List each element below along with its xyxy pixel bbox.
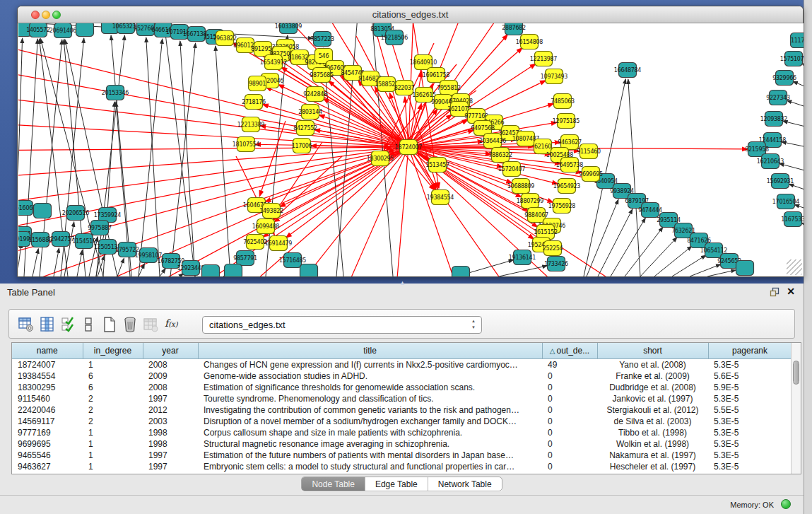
graph-node[interactable]: 1513457 <box>425 158 449 173</box>
graph-node[interactable]: 19756928 <box>548 199 576 214</box>
delete-table-icon[interactable] <box>122 316 139 333</box>
table-row[interactable]: 1830029562008Estimation of significance … <box>12 382 792 393</box>
table-cell[interactable]: 2009 <box>143 370 198 382</box>
graph-node[interactable] <box>225 264 242 277</box>
graph-node[interactable]: 252254 <box>543 241 563 256</box>
table-cell[interactable]: 1997 <box>143 461 198 472</box>
graph-node[interactable]: 1493822 <box>259 204 283 218</box>
graph-node[interactable] <box>736 261 754 276</box>
graph-node[interactable] <box>202 265 220 277</box>
table-cell[interactable]: 1 <box>83 438 143 450</box>
graph-node[interactable]: 11173 <box>791 33 804 48</box>
graph-node[interactable]: 7625402 <box>243 235 267 250</box>
graph-node[interactable] <box>76 23 94 37</box>
graph-node[interactable]: 19654923 <box>553 179 581 194</box>
table-cell[interactable]: 5.3E-5 <box>708 438 792 450</box>
table-cell[interactable]: Estimation of significance thresholds fo… <box>198 382 542 393</box>
table-cell[interactable]: 0 <box>542 370 597 382</box>
table-cell[interactable]: 0 <box>542 393 597 404</box>
memory-status-indicator[interactable] <box>781 499 791 509</box>
table-cell[interactable]: 9699695 <box>12 438 83 450</box>
table-cell[interactable]: Franke et al. (2009) <box>597 370 708 382</box>
table-cell[interactable]: 19384554 <box>12 370 83 382</box>
import-table-icon[interactable] <box>142 316 159 333</box>
graph-node[interactable]: 1733426 <box>544 257 568 271</box>
table-cell[interactable]: 1 <box>83 427 143 438</box>
table-cell[interactable]: Tibbo et al. (1998) <box>597 427 708 438</box>
splitter-handle[interactable]: ▲ <box>399 279 406 286</box>
graph-node[interactable]: 1405572 <box>26 23 50 37</box>
column-header-pagerank[interactable]: pagerank <box>708 343 792 358</box>
table-cell[interactable]: 0 <box>542 382 597 393</box>
graph-node[interactable]: 12975185 <box>553 114 580 129</box>
table-cell[interactable]: Disruption of a novel member of a sodium… <box>198 416 542 427</box>
graph-node[interactable]: 1154519 <box>72 234 96 249</box>
table-cell[interactable]: Embryonic stem cells: a model to study s… <box>198 461 542 472</box>
table-cell[interactable]: 22420046 <box>12 404 83 416</box>
table-cell[interactable]: Tourette syndrome. Phenomenology and cla… <box>198 393 542 404</box>
table-cell[interactable]: 1 <box>83 450 143 461</box>
graph-node[interactable] <box>452 267 470 277</box>
table-cell[interactable]: Corpus callosum shape and size in male p… <box>198 427 542 438</box>
table-cell[interactable]: Nakamura et al. (1997) <box>597 450 708 461</box>
graph-node[interactable]: 2803144 <box>298 105 322 119</box>
graph-node[interactable]: 9329966 <box>772 71 796 86</box>
graph-node[interactable]: 7485063 <box>551 94 575 109</box>
table-cell[interactable]: 0 <box>542 438 597 450</box>
table-cell[interactable]: 5.3E-5 <box>708 358 792 370</box>
graph-node[interactable]: 9227343 <box>766 90 790 105</box>
table-cell[interactable]: 9115460 <box>12 393 83 404</box>
graph-node[interactable]: 15751074 <box>780 52 804 66</box>
table-cell[interactable]: 18300295 <box>12 382 83 393</box>
table-row[interactable]: 946362711997Embryonic stem cells: a mode… <box>12 461 792 472</box>
network-canvas[interactable]: 1405572206914061065323715276026466160107… <box>18 23 804 276</box>
table-row[interactable]: 977716911998Corpus callosum shape and si… <box>12 427 792 438</box>
graph-node[interactable]: 10973493 <box>541 69 568 84</box>
table-cell[interactable]: 1998 <box>143 438 198 450</box>
graph-node[interactable]: 15692931 <box>767 174 794 189</box>
table-cell[interactable]: Investigating the contribution of common… <box>198 404 542 416</box>
table-cell[interactable]: 49 <box>542 358 597 370</box>
table-cell[interactable]: 18724007 <box>12 358 83 370</box>
table-cell[interactable]: 2 <box>83 393 143 404</box>
table-cell[interactable]: 5.3E-5 <box>708 393 792 404</box>
table-cell[interactable]: 1 <box>83 358 143 370</box>
graph-node[interactable]: 9699695 <box>579 167 603 182</box>
table-cell[interactable]: 1997 <box>143 450 198 461</box>
column-header-outde[interactable]: △out_de... <box>542 343 597 358</box>
table-cell[interactable]: 5.3E-5 <box>708 427 792 438</box>
table-cell[interactable]: 6 <box>83 382 143 393</box>
column-header-name[interactable]: name <box>12 343 83 358</box>
table-cell[interactable]: Changes of HCN gene expression and I(f) … <box>198 358 542 370</box>
graph-node[interactable]: 2718176 <box>242 95 266 110</box>
table-scrollbar[interactable] <box>791 343 801 474</box>
function-builder-icon[interactable]: f(x) <box>165 317 182 334</box>
table-cell[interactable]: 5.3E-5 <box>708 461 792 472</box>
table-row[interactable]: 1456911722003Disruption of a novel membe… <box>12 416 792 427</box>
table-source-dropdown[interactable]: citations_edges.txt ▲▼ <box>202 316 482 334</box>
table-cell[interactable]: 0 <box>542 450 597 461</box>
table-cell[interactable]: 0 <box>542 416 597 427</box>
table-cell[interactable]: 2 <box>83 416 143 427</box>
graph-node[interactable]: 20153346 <box>102 86 129 100</box>
column-header-title[interactable]: title <box>198 343 542 358</box>
table-row[interactable]: 2242004622012Investigating the contribut… <box>12 404 792 416</box>
graph-node[interactable]: 9242848 <box>303 87 327 102</box>
float-panel-icon[interactable] <box>770 287 779 297</box>
table-cell[interactable]: de Silva et al. (2003) <box>597 416 708 427</box>
network-window-titlebar[interactable]: citations_edges.txt <box>18 6 803 23</box>
graph-node[interactable]: 19384554 <box>427 190 454 205</box>
graph-node[interactable]: 1167533 <box>781 212 804 227</box>
table-cell[interactable]: 9463627 <box>12 461 83 472</box>
table-row[interactable]: 969969511998Structural magnetic resonanc… <box>12 438 792 450</box>
graph-node[interactable]: 7886322 <box>488 148 512 163</box>
close-panel-icon[interactable]: ✕ <box>787 286 795 297</box>
column-header-year[interactable]: year <box>143 343 198 358</box>
table-cell[interactable]: 5.3E-5 <box>708 450 792 461</box>
table-cell[interactable]: 5.9E-5 <box>708 382 792 393</box>
graph-node[interactable]: 98901 <box>249 76 266 91</box>
table-row[interactable]: 1938455462009Genome-wide association stu… <box>12 370 792 382</box>
tab-edge-table[interactable]: Edge Table <box>365 477 428 491</box>
table-cell[interactable]: 6 <box>83 370 143 382</box>
graph-node[interactable]: 8427552 <box>293 121 317 136</box>
